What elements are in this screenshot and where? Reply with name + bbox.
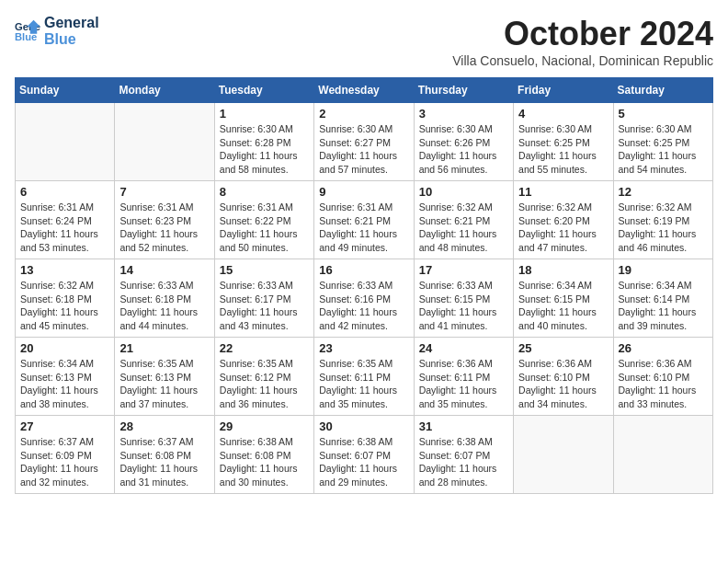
day-of-week-header: Wednesday [314,78,414,103]
calendar-cell: 17Sunrise: 6:33 AM Sunset: 6:15 PM Dayli… [414,259,513,338]
calendar-cell: 2Sunrise: 6:30 AM Sunset: 6:27 PM Daylig… [314,103,414,181]
calendar-cell: 26Sunrise: 6:36 AM Sunset: 6:10 PM Dayli… [613,338,712,416]
calendar-cell: 1Sunrise: 6:30 AM Sunset: 6:28 PM Daylig… [214,103,313,181]
calendar-cell: 27Sunrise: 6:37 AM Sunset: 6:09 PM Dayli… [16,416,115,494]
day-info: Sunrise: 6:30 AM Sunset: 6:26 PM Dayligh… [419,122,508,177]
day-number: 10 [419,185,508,199]
calendar-week-row: 6Sunrise: 6:31 AM Sunset: 6:24 PM Daylig… [16,181,713,259]
day-info: Sunrise: 6:32 AM Sunset: 6:18 PM Dayligh… [20,279,109,333]
day-info: Sunrise: 6:38 AM Sunset: 6:07 PM Dayligh… [419,435,508,489]
day-info: Sunrise: 6:33 AM Sunset: 6:17 PM Dayligh… [220,279,309,333]
calendar-cell: 30Sunrise: 6:38 AM Sunset: 6:07 PM Dayli… [314,416,414,494]
day-number: 15 [220,263,309,277]
day-info: Sunrise: 6:35 AM Sunset: 6:11 PM Dayligh… [319,357,408,411]
calendar-cell: 23Sunrise: 6:35 AM Sunset: 6:11 PM Dayli… [314,338,414,416]
day-number: 14 [119,263,209,277]
location-subtitle: Villa Consuelo, Nacional, Dominican Repu… [452,53,713,68]
day-info: Sunrise: 6:34 AM Sunset: 6:14 PM Dayligh… [619,279,708,333]
day-number: 7 [119,185,209,199]
day-info: Sunrise: 6:30 AM Sunset: 6:27 PM Dayligh… [319,122,408,177]
day-number: 27 [20,419,109,433]
logo-line2: Blue [44,31,99,48]
day-number: 24 [419,341,508,355]
calendar-table: SundayMondayTuesdayWednesdayThursdayFrid… [15,77,713,494]
day-number: 29 [220,419,309,433]
day-info: Sunrise: 6:31 AM Sunset: 6:23 PM Dayligh… [119,201,209,255]
day-info: Sunrise: 6:30 AM Sunset: 6:25 PM Dayligh… [518,122,608,177]
calendar-cell: 21Sunrise: 6:35 AM Sunset: 6:13 PM Dayli… [115,338,214,416]
day-number: 31 [419,419,508,433]
calendar-week-row: 27Sunrise: 6:37 AM Sunset: 6:09 PM Dayli… [16,416,713,494]
calendar-cell [613,416,712,494]
day-info: Sunrise: 6:31 AM Sunset: 6:21 PM Dayligh… [319,201,408,255]
calendar-cell: 13Sunrise: 6:32 AM Sunset: 6:18 PM Dayli… [16,259,115,338]
day-number: 30 [319,419,408,433]
day-number: 23 [319,341,408,355]
day-number: 22 [220,341,309,355]
calendar-header-row: SundayMondayTuesdayWednesdayThursdayFrid… [16,78,713,103]
calendar-cell: 3Sunrise: 6:30 AM Sunset: 6:26 PM Daylig… [414,103,513,181]
calendar-cell: 12Sunrise: 6:32 AM Sunset: 6:19 PM Dayli… [613,181,712,259]
day-of-week-header: Tuesday [214,78,313,103]
calendar-cell: 9Sunrise: 6:31 AM Sunset: 6:21 PM Daylig… [314,181,414,259]
day-info: Sunrise: 6:31 AM Sunset: 6:24 PM Dayligh… [20,201,109,255]
calendar-cell: 16Sunrise: 6:33 AM Sunset: 6:16 PM Dayli… [314,259,414,338]
day-info: Sunrise: 6:36 AM Sunset: 6:11 PM Dayligh… [419,357,508,411]
day-info: Sunrise: 6:31 AM Sunset: 6:22 PM Dayligh… [220,201,309,255]
calendar-cell: 5Sunrise: 6:30 AM Sunset: 6:25 PM Daylig… [613,103,712,181]
day-info: Sunrise: 6:36 AM Sunset: 6:10 PM Dayligh… [518,357,608,411]
day-number: 4 [518,107,608,121]
day-of-week-header: Friday [514,78,613,103]
calendar-cell [115,103,214,181]
day-number: 3 [419,107,508,121]
day-info: Sunrise: 6:36 AM Sunset: 6:10 PM Dayligh… [619,357,708,411]
calendar-cell: 20Sunrise: 6:34 AM Sunset: 6:13 PM Dayli… [16,338,115,416]
logo-line1: General [44,15,99,31]
day-number: 1 [220,107,309,121]
calendar-cell [16,103,115,181]
day-info: Sunrise: 6:32 AM Sunset: 6:21 PM Dayligh… [419,201,508,255]
day-number: 17 [419,263,508,277]
calendar-cell: 25Sunrise: 6:36 AM Sunset: 6:10 PM Dayli… [514,338,613,416]
calendar-cell: 10Sunrise: 6:32 AM Sunset: 6:21 PM Dayli… [414,181,513,259]
day-info: Sunrise: 6:33 AM Sunset: 6:18 PM Dayligh… [119,279,209,333]
day-number: 21 [119,341,209,355]
day-number: 8 [220,185,309,199]
day-info: Sunrise: 6:34 AM Sunset: 6:13 PM Dayligh… [20,357,109,411]
calendar-cell: 29Sunrise: 6:38 AM Sunset: 6:08 PM Dayli… [214,416,313,494]
day-info: Sunrise: 6:30 AM Sunset: 6:25 PM Dayligh… [619,122,708,177]
day-info: Sunrise: 6:32 AM Sunset: 6:19 PM Dayligh… [619,201,708,255]
day-info: Sunrise: 6:35 AM Sunset: 6:13 PM Dayligh… [119,357,209,411]
calendar-cell [514,416,613,494]
month-title: October 2024 [452,15,713,53]
day-of-week-header: Saturday [613,78,712,103]
page-header: General Blue General Blue October 2024 V… [15,15,713,68]
day-number: 20 [20,341,109,355]
day-info: Sunrise: 6:32 AM Sunset: 6:20 PM Dayligh… [518,201,608,255]
day-info: Sunrise: 6:33 AM Sunset: 6:15 PM Dayligh… [419,279,508,333]
day-of-week-header: Sunday [16,78,115,103]
title-block: October 2024 Villa Consuelo, Nacional, D… [452,15,713,68]
day-number: 12 [619,185,708,199]
day-of-week-header: Monday [115,78,214,103]
day-number: 11 [518,185,608,199]
calendar-cell: 31Sunrise: 6:38 AM Sunset: 6:07 PM Dayli… [414,416,513,494]
day-info: Sunrise: 6:33 AM Sunset: 6:16 PM Dayligh… [319,279,408,333]
calendar-cell: 19Sunrise: 6:34 AM Sunset: 6:14 PM Dayli… [613,259,712,338]
calendar-week-row: 1Sunrise: 6:30 AM Sunset: 6:28 PM Daylig… [16,103,713,181]
calendar-cell: 14Sunrise: 6:33 AM Sunset: 6:18 PM Dayli… [115,259,214,338]
day-of-week-header: Thursday [414,78,513,103]
day-number: 19 [619,263,708,277]
day-number: 13 [20,263,109,277]
day-number: 2 [319,107,408,121]
day-number: 26 [619,341,708,355]
day-info: Sunrise: 6:34 AM Sunset: 6:15 PM Dayligh… [518,279,608,333]
calendar-cell: 18Sunrise: 6:34 AM Sunset: 6:15 PM Dayli… [514,259,613,338]
day-info: Sunrise: 6:38 AM Sunset: 6:08 PM Dayligh… [220,435,309,489]
day-number: 6 [20,185,109,199]
calendar-cell: 24Sunrise: 6:36 AM Sunset: 6:11 PM Dayli… [414,338,513,416]
day-number: 9 [319,185,408,199]
calendar-cell: 7Sunrise: 6:31 AM Sunset: 6:23 PM Daylig… [115,181,214,259]
day-number: 5 [619,107,708,121]
day-number: 28 [119,419,209,433]
